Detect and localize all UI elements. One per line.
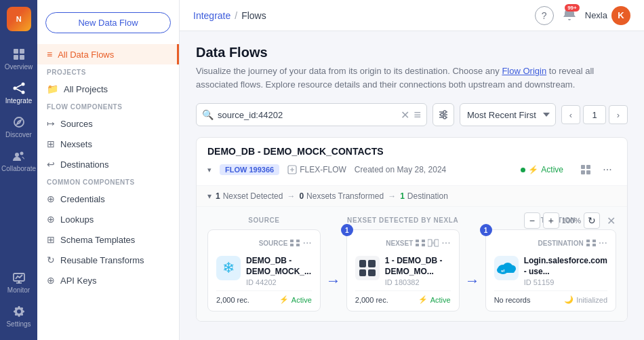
filter-button[interactable]	[432, 103, 454, 126]
close-diagram-button[interactable]: ✕	[603, 212, 619, 229]
user-avatar: K	[611, 6, 630, 25]
sidebar-item-monitor[interactable]: Monitor	[0, 265, 37, 299]
nav-item-nexsets[interactable]: ⊞ Nexsets	[37, 134, 179, 154]
svg-rect-31	[416, 244, 419, 246]
search-options-icon[interactable]: ≡	[414, 108, 421, 122]
flex-flow-label: FLEX-FLOW	[300, 165, 346, 174]
nexset-node[interactable]: NEXSET ···	[346, 229, 460, 311]
help-button[interactable]: ?	[535, 6, 554, 25]
destination-node[interactable]: DESTINATION ···	[485, 229, 616, 311]
destinations-count: 1	[400, 191, 405, 201]
page-number: 1	[583, 105, 606, 124]
main-content: Integrate / Flows ? 99+ Nexla K Data Flo…	[180, 0, 644, 340]
nav-item-destinations[interactable]: ↩ Destinations	[37, 154, 179, 174]
nexset-node-top-label: NEXSET	[386, 240, 413, 247]
breadcrumb-separator: /	[235, 10, 237, 21]
nexset-node-body: 1 - DEMO_DB - DEMO_MO... ID 180382	[355, 256, 451, 286]
source-node[interactable]: SOURCE ··· ❄	[207, 229, 321, 311]
sidebar-item-overview[interactable]: Overview	[0, 42, 37, 76]
nexset-node-more-button[interactable]: ···	[441, 237, 450, 249]
zoom-level: 100%	[562, 216, 581, 225]
sidebar-item-settings[interactable]: Settings	[0, 299, 37, 333]
flow-card: DEMO_DB - DEMO_MOCK_CONTACTS ▾ FLOW 1993…	[196, 137, 628, 322]
svg-rect-24	[581, 170, 585, 174]
search-icon: 🔍	[202, 109, 214, 120]
svg-rect-35	[435, 240, 439, 246]
notification-badge: 99+	[565, 4, 580, 12]
nexsets-detected-label: Nexset Detected	[223, 191, 283, 201]
page-desc-prefix: Visualize the journey of your data from …	[196, 66, 502, 76]
svg-rect-29	[296, 244, 300, 246]
page-prev-button[interactable]: ‹	[561, 105, 580, 124]
svg-rect-33	[422, 244, 425, 246]
chevron-down-icon[interactable]: ▾	[207, 166, 212, 174]
sidebar-item-integrate[interactable]: Integrate	[0, 76, 37, 110]
svg-rect-3	[20, 55, 24, 60]
page-next-button[interactable]: ›	[609, 105, 628, 124]
sliders-icon	[438, 109, 449, 120]
svg-point-18	[443, 111, 446, 113]
nav-item-api-keys[interactable]: ⊕ API Keys	[37, 270, 179, 290]
nav-label-credentials: Credentials	[60, 194, 105, 204]
svg-rect-28	[296, 240, 300, 242]
destination-node-footer: No records 🌙 Initialized	[494, 290, 607, 304]
notifications-button[interactable]: 99+	[562, 7, 577, 24]
source-node-count: 2,000 rec.	[216, 296, 249, 304]
flow-grid-view-button[interactable]	[577, 161, 595, 178]
breadcrumb-parent[interactable]: Integrate	[193, 10, 230, 21]
svg-rect-37	[586, 244, 590, 246]
sidebar-item-collaborate[interactable]: Collaborate	[0, 144, 37, 178]
svg-point-5	[21, 83, 24, 86]
overview-icon	[12, 48, 26, 61]
nexset-node-info: 1 - DEMO_DB - DEMO_MO... ID 180382	[385, 256, 451, 286]
credentials-icon: ⊕	[47, 193, 55, 204]
sidebar-item-discover[interactable]: Discover	[0, 110, 37, 144]
nav-item-sources[interactable]: ↦ Sources	[37, 113, 179, 134]
source-node-more-button[interactable]: ···	[302, 237, 311, 249]
right-arrow-1: →	[326, 272, 341, 290]
svg-rect-36	[586, 240, 590, 242]
nav-item-credentials[interactable]: ⊕ Credentials	[37, 189, 179, 209]
page-title: Data Flows	[196, 45, 628, 60]
chevron-expand-icon[interactable]: ▾	[207, 191, 212, 201]
nav-item-all-data-flows[interactable]: ≡ All Data Flows	[37, 44, 179, 64]
search-clear-button[interactable]: ✕	[401, 109, 409, 121]
svg-rect-34	[428, 240, 432, 246]
svg-rect-23	[586, 165, 590, 169]
flow-origin-link[interactable]: Flow Origin	[502, 66, 546, 76]
api-icon: ⊕	[47, 275, 55, 286]
sidebar-label-monitor: Monitor	[7, 286, 30, 294]
destination-node-info: Login.salesforce.com - use... ID 51159	[524, 256, 607, 286]
search-input[interactable]	[218, 110, 401, 120]
nav-item-reusable-transforms[interactable]: ↻ Reusable Transforms	[37, 250, 179, 270]
nav-item-all-projects[interactable]: 📁 All Projects	[37, 79, 179, 99]
projects-section-label: PROJECTS	[37, 64, 179, 79]
collaborate-icon	[12, 149, 26, 163]
flow-more-button[interactable]: ···	[599, 161, 616, 178]
nav-label-reusable-transforms: Reusable Transforms	[60, 255, 144, 265]
new-data-flow-button[interactable]: New Data Flow	[45, 12, 171, 33]
svg-rect-2	[14, 55, 18, 60]
zoom-in-button[interactable]: +	[543, 212, 559, 229]
nav-label-all-data-flows: All Data Flows	[58, 50, 114, 60]
nav-item-lookups[interactable]: ⊕ Lookups	[37, 209, 179, 229]
user-name: Nexla	[585, 10, 607, 20]
nav-item-schema-templates[interactable]: ⊞ Schema Templates	[37, 229, 179, 250]
user-menu[interactable]: Nexla K	[585, 6, 630, 25]
source-node-status: ⚡ Active	[279, 295, 312, 304]
nexset-node-label: NEXSET	[386, 240, 413, 247]
zoom-out-button[interactable]: −	[524, 212, 540, 229]
breadcrumb: Integrate / Flows	[193, 10, 528, 21]
app-logo[interactable]: N	[7, 7, 31, 31]
sort-select[interactable]: Most Recent First Oldest First Name A-Z …	[460, 103, 556, 126]
status-text: Active	[541, 165, 563, 174]
source-section: SOURCE SOURCE ···	[207, 216, 321, 311]
filters-row: 🔍 ✕ ≡ Most Recent First Oldest First Nam…	[196, 103, 628, 126]
destination-node-more-button[interactable]: ···	[599, 237, 607, 249]
nav-label-sources: Sources	[60, 119, 93, 129]
destination-node-status: 🌙 Initialized	[564, 295, 607, 304]
refresh-button[interactable]: ↻	[584, 212, 600, 229]
destination-node-grid-icon	[586, 240, 596, 246]
source-node-grid-icon	[290, 240, 300, 246]
svg-point-20	[443, 116, 446, 119]
